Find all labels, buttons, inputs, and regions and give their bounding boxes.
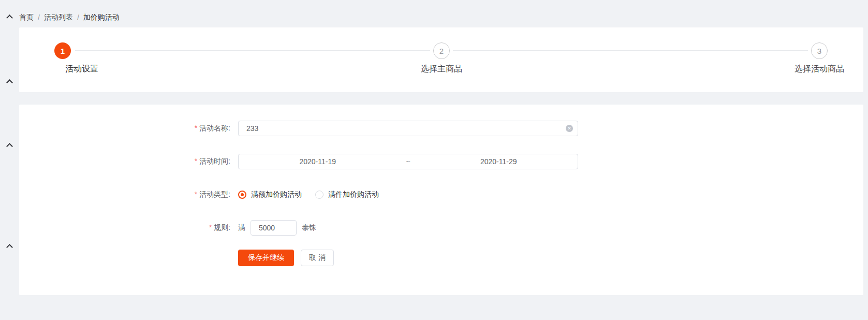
stepper-card: 1 2 3 活动设置 选择主商品 选择活动商品 bbox=[19, 27, 863, 92]
required-mark: * bbox=[209, 223, 212, 231]
save-and-continue-button[interactable]: 保存并继续 bbox=[238, 250, 294, 266]
radio-quantity-based-activity[interactable]: 满件加价购活动 bbox=[315, 190, 379, 199]
rule-currency-label: 泰铢 bbox=[302, 223, 316, 232]
required-mark: * bbox=[195, 157, 197, 165]
activity-time-label: *活动时间: bbox=[19, 157, 230, 166]
activity-type-row: *活动类型: 满额加价购活动 满件加价购活动 bbox=[19, 187, 863, 202]
radio-label: 满件加价购活动 bbox=[328, 190, 379, 199]
chevron-up-icon[interactable] bbox=[7, 243, 13, 250]
activity-time-row: *活动时间: 2020-11-19 ~ 2020-11-29 bbox=[19, 154, 863, 169]
breadcrumb-home[interactable]: 首页 bbox=[19, 13, 34, 22]
breadcrumb-current-page: 加价购活动 bbox=[83, 13, 120, 22]
clear-input-icon[interactable]: ✕ bbox=[566, 125, 573, 132]
form-card: *活动名称: ✕ *活动时间: 2020-11-19 ~ 2020-11-29 bbox=[19, 105, 863, 295]
activity-name-input[interactable] bbox=[238, 121, 578, 136]
breadcrumb-separator: / bbox=[38, 13, 40, 22]
rule-prefix-label: 满 bbox=[238, 223, 245, 232]
step-2-label: 选择主商品 bbox=[421, 64, 462, 75]
step-2-indicator: 2 bbox=[433, 42, 450, 59]
breadcrumb-separator: / bbox=[77, 13, 79, 22]
activity-type-label: *活动类型: bbox=[19, 190, 230, 199]
activity-name-row: *活动名称: ✕ bbox=[19, 121, 863, 136]
rule-label: *规则: bbox=[19, 223, 230, 232]
radio-amount-based-activity[interactable]: 满额加价购活动 bbox=[238, 190, 302, 199]
step-connector bbox=[75, 50, 430, 51]
rule-row: *规则: 满 泰铢 bbox=[19, 220, 863, 236]
step-3-label: 选择活动商品 bbox=[795, 64, 844, 75]
required-mark: * bbox=[195, 190, 197, 198]
date-range-separator: ~ bbox=[397, 157, 420, 166]
radio-icon bbox=[315, 191, 323, 199]
radio-icon bbox=[238, 191, 246, 199]
required-mark: * bbox=[195, 124, 197, 132]
cancel-button[interactable]: 取 消 bbox=[301, 250, 334, 266]
breadcrumb-activity-list[interactable]: 活动列表 bbox=[44, 13, 73, 22]
start-date-value[interactable]: 2020-11-19 bbox=[239, 157, 397, 166]
step-1-indicator: 1 bbox=[54, 42, 71, 59]
step-connector bbox=[453, 50, 808, 51]
chevron-up-icon[interactable] bbox=[7, 79, 13, 85]
chevron-up-icon[interactable] bbox=[7, 142, 13, 149]
rule-amount-input[interactable] bbox=[251, 220, 297, 236]
step-3-indicator: 3 bbox=[811, 42, 828, 59]
step-1-label: 活动设置 bbox=[65, 64, 98, 75]
end-date-value[interactable]: 2020-11-29 bbox=[420, 157, 578, 166]
radio-label: 满额加价购活动 bbox=[251, 190, 302, 199]
activity-time-range-picker[interactable]: 2020-11-19 ~ 2020-11-29 bbox=[238, 154, 578, 169]
chevron-up-icon[interactable] bbox=[7, 14, 13, 20]
activity-name-label: *活动名称: bbox=[19, 124, 230, 133]
activity-form: *活动名称: ✕ *活动时间: 2020-11-19 ~ 2020-11-29 bbox=[19, 105, 863, 266]
actions-row: 保存并继续 取 消 bbox=[19, 250, 863, 266]
breadcrumb: 首页 / 活动列表 / 加价购活动 bbox=[19, 13, 120, 22]
